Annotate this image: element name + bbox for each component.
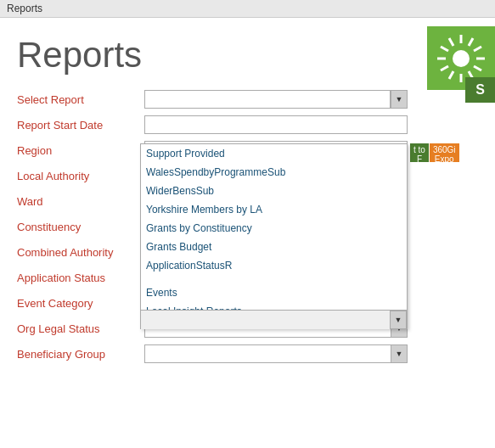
select-report-label: Select Report [17,93,144,106]
region-label: Region [17,144,144,157]
svg-line-1 [469,38,473,46]
svg-line-10 [441,47,448,51]
dropdown-footer: ▼ [141,310,407,328]
beneficiary-group-label: Beneficiary Group [17,348,144,361]
dropdown-list: Support ProvidedWalesSpendbyProgrammeSub… [141,144,407,310]
svg-line-8 [441,66,448,70]
local-authority-label: Local Authority [17,170,144,182]
svg-line-4 [474,66,481,70]
list-item[interactable]: ApplicationStatusR [141,256,407,275]
list-item[interactable]: WalesSpendbyProgrammeSub [141,163,407,182]
event-category-label: Event Category [17,297,144,310]
application-status-label: Application Status [17,272,144,284]
org-legal-status-label: Org Legal Status [17,322,144,335]
beneficiary-group-wrapper: ▼ [144,344,408,363]
select-report-wrapper: ▼ [144,90,408,109]
360-export-button[interactable]: 360GiExpo [430,143,459,162]
select-report-row: Select Report ▼ [17,88,478,110]
action-buttons: t toF 360GiExpo [410,143,459,162]
list-item[interactable]: Support Provided [141,144,407,163]
export-to-button[interactable]: t toF [410,143,429,162]
title-bar-label: Reports [7,3,42,14]
report-start-date-input[interactable] [144,115,408,134]
report-dropdown[interactable]: Support ProvidedWalesSpendbyProgrammeSub… [140,143,408,329]
ward-label: Ward [17,195,144,208]
list-item[interactable]: Grants Budget [141,238,407,256]
svg-line-7 [449,71,453,79]
main-content: S Reports Select Report ▼ t toF 360GiExp… [0,18,495,448]
combined-authority-label: Combined Authority [17,246,144,259]
beneficiary-group-arrow[interactable]: ▼ [391,344,408,363]
svg-line-11 [449,38,453,46]
list-item[interactable]: WiderBensSub [141,182,407,200]
constituency-label: Constituency [17,221,144,233]
title-bar: Reports [0,0,495,18]
list-item[interactable]: Events [141,283,407,302]
svg-point-12 [453,50,470,67]
list-item[interactable]: Yorkshire Members by LA [141,200,407,219]
list-item[interactable]: Grants by Constituency [141,219,407,238]
dropdown-footer-select[interactable] [141,311,407,329]
logo-letter-box: S [465,77,495,103]
sunburst-icon [436,33,487,84]
report-start-date-label: Report Start Date [17,119,144,132]
select-report-arrow[interactable]: ▼ [391,90,408,109]
list-item[interactable]: Local Insight Reports [141,302,407,310]
report-start-date-wrapper [144,115,408,134]
report-start-date-row: Report Start Date [17,114,478,136]
logo-area: S [419,26,495,103]
dropdown-footer-arrow[interactable]: ▼ [390,311,407,329]
select-report-input[interactable] [144,90,391,109]
beneficiary-group-row: Beneficiary Group ▼ [17,343,478,365]
svg-line-2 [474,47,481,51]
beneficiary-group-select[interactable] [144,344,408,363]
